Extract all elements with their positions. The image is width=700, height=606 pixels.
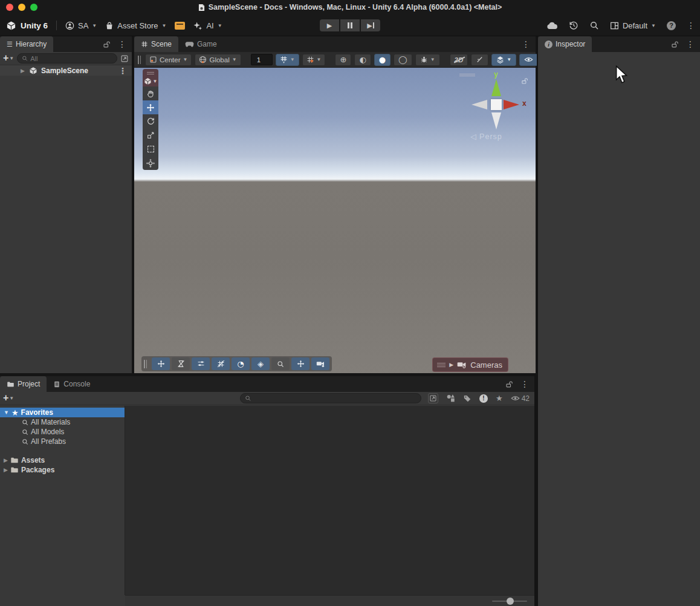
lock-icon[interactable] [505, 380, 513, 388]
expander-icon[interactable]: ▼ [4, 409, 9, 415]
tool-handle-rotation-dropdown[interactable]: Global ▼ [195, 54, 241, 66]
hierarchy-search-input[interactable] [30, 55, 112, 62]
skybox-toggle[interactable]: ● [374, 54, 391, 66]
kebab-menu-icon[interactable]: ⋮ [522, 40, 530, 48]
kebab-menu-icon[interactable]: ⋮ [686, 40, 695, 48]
overlay-drag-handle[interactable] [437, 362, 446, 368]
effects-dropdown[interactable]: ▼ [415, 54, 440, 66]
tree-item-all-models[interactable]: All Models [0, 427, 125, 437]
scene-visibility-dropdown[interactable]: ▼ [491, 54, 516, 66]
orientation-overlay-button[interactable] [291, 357, 309, 370]
tab-scene[interactable]: Scene [134, 36, 178, 52]
filter-by-label-icon[interactable] [463, 394, 472, 403]
rect-tool-button[interactable] [143, 142, 158, 156]
lighting-toggle[interactable]: ◐ [354, 54, 371, 66]
kebab-menu-icon[interactable]: ⋮ [118, 40, 126, 48]
package-import-button[interactable] [175, 22, 185, 30]
add-object-button[interactable]: + ▼ [3, 54, 14, 63]
tab-hierarchy[interactable]: ☰ Hierarchy [0, 36, 53, 52]
cameras-overlay-button[interactable] [311, 357, 329, 370]
icon-size-slider[interactable] [492, 601, 527, 602]
lock-icon[interactable] [103, 41, 111, 48]
kebab-menu-icon[interactable]: ⋮ [520, 380, 529, 388]
orientation-gizmo[interactable]: y x ◁ Persp [459, 70, 530, 146]
create-asset-button[interactable]: + ▼ [3, 394, 14, 403]
ai-dropdown[interactable]: AI ▼ [193, 21, 222, 30]
filter-by-type-icon[interactable] [446, 394, 455, 403]
close-window-button[interactable] [6, 4, 13, 11]
overlay-drag-handle[interactable] [147, 71, 154, 76]
tree-item-all-materials[interactable]: All Materials [0, 417, 125, 427]
view-options-overlay-button[interactable]: ◔ [232, 357, 250, 370]
overlay-drag-handle[interactable] [144, 360, 149, 368]
move-tool-button[interactable] [143, 100, 158, 114]
expander-icon[interactable]: ▶ [4, 457, 8, 463]
snap-increment-dropdown[interactable]: ▼ [276, 54, 299, 66]
account-dropdown[interactable]: SA ▼ [65, 21, 97, 30]
history-icon[interactable] [569, 21, 578, 30]
timescale-overlay-button[interactable] [172, 357, 190, 370]
scene-viewport[interactable]: ▼ y x ◁ Persp [134, 68, 536, 374]
tab-console[interactable]: Console [47, 376, 97, 392]
expand-icon[interactable]: ▶ [449, 362, 453, 368]
expander-icon[interactable]: ▶ [4, 467, 8, 473]
kebab-menu-icon[interactable]: ⋮ [118, 67, 127, 75]
favorites-filter-icon[interactable]: ★ [496, 394, 503, 403]
2d-view-toggle[interactable]: 2D [450, 54, 468, 66]
project-search[interactable] [240, 393, 421, 403]
expander-icon[interactable]: ▶ [21, 68, 25, 74]
tool-handle-position-dropdown[interactable]: Center ▼ [145, 54, 192, 66]
hierarchy-item-samplescene[interactable]: ▶ SampleScene ⋮ [0, 65, 132, 76]
tab-inspector[interactable]: i Inspector [538, 36, 592, 52]
play-button[interactable]: ▶ [320, 19, 339, 31]
overlay-drag-handle[interactable] [138, 56, 141, 64]
tool-settings-overlay-button[interactable] [192, 357, 210, 370]
minimize-window-button[interactable] [18, 4, 25, 11]
lock-icon[interactable] [521, 77, 528, 85]
pause-button[interactable] [340, 19, 360, 31]
open-search-window-icon[interactable] [120, 54, 129, 63]
axis-neg-x-cone[interactable] [472, 100, 487, 109]
grid-size-field[interactable] [251, 54, 273, 65]
cameras-overlay[interactable]: ▶ Cameras [432, 357, 508, 372]
asset-store-dropdown[interactable]: Asset Store ▼ [105, 21, 166, 30]
tree-item-assets[interactable]: ▶ Assets [0, 455, 125, 465]
kebab-menu-icon[interactable]: ⋮ [687, 21, 695, 30]
grid-snap-overlay-button[interactable] [212, 357, 230, 370]
search-icon[interactable] [589, 21, 599, 30]
zoom-window-button[interactable] [30, 4, 37, 11]
view-tool-button[interactable] [143, 86, 158, 100]
tab-project[interactable]: Project [0, 376, 47, 392]
tree-item-favorites[interactable]: ▼ ★ Favorites [0, 408, 125, 417]
tree-item-all-prefabs[interactable]: All Prefabs [0, 437, 125, 446]
hidden-count-badge[interactable]: 42 [511, 394, 530, 403]
tab-game[interactable]: Game [178, 36, 224, 52]
hierarchy-search[interactable] [17, 53, 117, 64]
scale-tool-button[interactable] [143, 128, 158, 142]
fog-toggle[interactable]: ◯ [394, 54, 412, 66]
scene-visibility-eye-toggle[interactable] [519, 54, 538, 66]
cloud-icon[interactable] [546, 22, 558, 30]
layout-dropdown[interactable]: Default ▼ [610, 21, 656, 30]
projection-mode-label[interactable]: ◁ Persp [470, 132, 502, 141]
lock-icon[interactable] [671, 41, 679, 48]
overlay-drag-handle[interactable] [459, 73, 475, 77]
shading-mode-toggle[interactable]: ⊕ [335, 54, 351, 66]
tool-context-dropdown[interactable]: ▼ [144, 77, 158, 85]
grid-visibility-dropdown[interactable]: ▼ [302, 54, 326, 66]
help-icon[interactable]: ? [667, 21, 676, 30]
axis-neg-y-cone[interactable] [491, 112, 501, 129]
open-search-window-button[interactable] [428, 393, 438, 403]
audio-mute-toggle[interactable] [471, 54, 488, 66]
importance-filter-icon[interactable]: ! [479, 394, 488, 403]
axis-x-cone[interactable] [504, 100, 519, 109]
project-search-input[interactable] [253, 395, 416, 402]
move-overlay-button[interactable] [152, 357, 170, 370]
gizmos-overlay-button[interactable]: ◈ [251, 357, 270, 370]
step-button[interactable]: ▶ [361, 19, 380, 31]
slider-knob[interactable] [507, 598, 514, 605]
search-overlay-button[interactable] [271, 357, 290, 370]
rotate-tool-button[interactable] [143, 114, 158, 128]
tree-item-packages[interactable]: ▶ Packages [0, 465, 125, 475]
axis-y-cone[interactable] [491, 79, 501, 96]
